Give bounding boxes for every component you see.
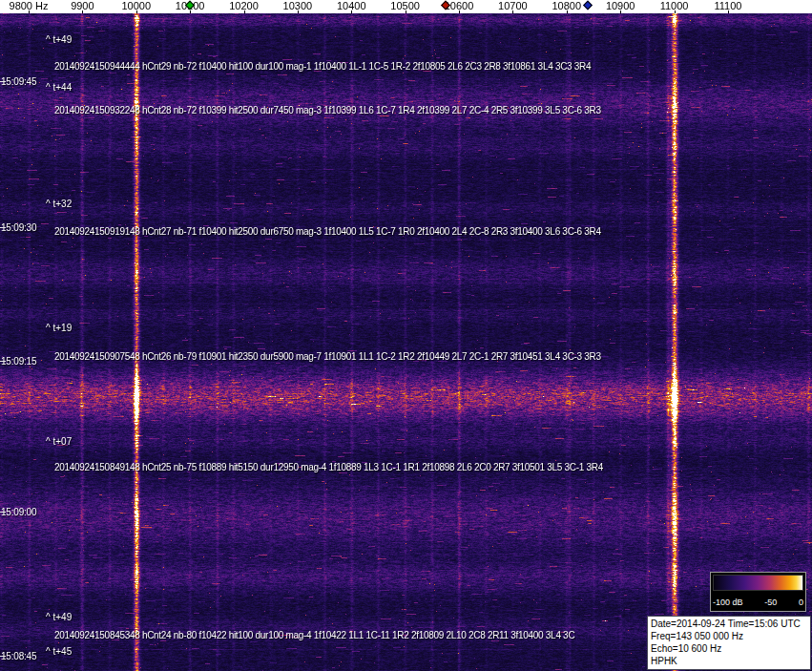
time-axis-label: 15:09:15 (1, 356, 36, 367)
freq-tick-mark (244, 10, 245, 13)
freq-tick-mark (406, 10, 406, 13)
freq-tick-mark (82, 10, 83, 13)
db-min-label: -100 dB (713, 598, 743, 607)
event-detail-line: 20140924150849148 hCnt25 nb-75 f10889 hi… (54, 462, 603, 472)
event-time-marker: ^ t+32 (46, 199, 72, 209)
event-time-marker: ^ t+45 (46, 646, 72, 657)
event-detail-line: 20140924150932248 hCnt28 nb-72 f10399 hi… (54, 105, 601, 115)
time-axis-tick (0, 227, 6, 228)
freq-tick-mark (459, 10, 460, 13)
status-info-box: Date=2014-09-24 Time=15:06 UTC Freq=143 … (647, 616, 811, 670)
time-axis-tick (0, 656, 6, 657)
db-color-scale: -100 dB -50 0 (710, 572, 806, 612)
freq-tick-mark (675, 10, 676, 13)
freq-tick-mark (567, 10, 568, 13)
frequency-line: Freq=143 050 000 Hz (651, 630, 807, 642)
time-axis-tick (0, 512, 6, 513)
event-time-marker: ^ t+44 (46, 82, 72, 93)
freq-tick-mark (351, 10, 352, 13)
db-max-label: 0 (799, 598, 803, 607)
meteor-echo-monitor-window: 15:09:4515:09:3015:09:1515:09:0015:08:45… (0, 0, 812, 671)
event-detail-line: 20140924150907548 hCnt26 nb-79 f10901 hi… (54, 351, 601, 362)
echo-line: Echo=10 600 Hz (651, 642, 807, 655)
color-scale-labels: -100 dB -50 0 (713, 598, 803, 607)
freq-tick-mark (190, 10, 191, 13)
time-axis-label: 15:09:45 (1, 76, 36, 87)
event-detail-line: 20140924150944444 hCnt29 nb-72 f10400 hi… (54, 61, 591, 72)
time-axis-label: 15:09:00 (1, 507, 36, 517)
db-mid-label: -50 (764, 598, 777, 607)
freq-tick-mark (298, 10, 299, 13)
event-detail-line: 20140924150919148 hCnt27 nb-71 f10400 hi… (54, 226, 601, 237)
frequency-axis: 9800 Hz990010000101001020010300104001050… (0, 0, 812, 13)
freq-tick-mark (620, 10, 621, 13)
event-detail-line: 20140924150845348 hCnt24 nb-80 f10422 hi… (54, 630, 574, 640)
time-axis-tick (0, 361, 6, 362)
time-axis-label: 15:08:45 (1, 651, 36, 661)
color-scale-gradient (713, 575, 803, 591)
station-id-line: HPHK (651, 655, 807, 667)
spectrogram-text-overlay: 15:09:4515:09:3015:09:1515:09:0015:08:45… (0, 0, 812, 671)
event-time-marker: ^ t+49 (46, 34, 72, 45)
freq-tick-mark (136, 10, 137, 13)
freq-tick-mark (512, 10, 513, 13)
event-time-marker: ^ t+07 (46, 436, 72, 447)
freq-tick-mark (728, 10, 729, 13)
freq-tick-mark (29, 10, 30, 13)
time-axis-label: 15:09:30 (1, 222, 36, 233)
event-time-marker: ^ t+19 (46, 323, 72, 333)
date-time-line: Date=2014-09-24 Time=15:06 UTC (651, 618, 807, 630)
blue-frequency-marker[interactable] (583, 1, 593, 10)
time-axis-tick (0, 81, 6, 82)
event-time-marker: ^ t+49 (46, 612, 72, 622)
